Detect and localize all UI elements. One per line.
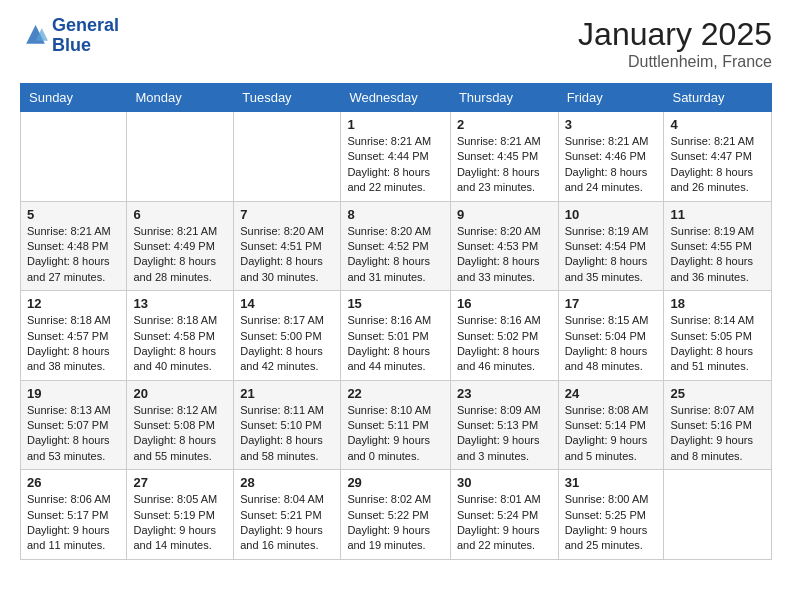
calendar-cell	[664, 470, 772, 560]
calendar-cell: 13Sunrise: 8:18 AMSunset: 4:58 PMDayligh…	[127, 291, 234, 381]
calendar-cell: 28Sunrise: 8:04 AMSunset: 5:21 PMDayligh…	[234, 470, 341, 560]
calendar-week-row: 5Sunrise: 8:21 AMSunset: 4:48 PMDaylight…	[21, 201, 772, 291]
day-info: Sunrise: 8:21 AMSunset: 4:47 PMDaylight:…	[670, 134, 765, 196]
day-number: 4	[670, 117, 765, 132]
day-number: 31	[565, 475, 658, 490]
day-number: 19	[27, 386, 120, 401]
day-info: Sunrise: 8:15 AMSunset: 5:04 PMDaylight:…	[565, 313, 658, 375]
day-info: Sunrise: 8:21 AMSunset: 4:46 PMDaylight:…	[565, 134, 658, 196]
calendar-cell	[127, 112, 234, 202]
day-number: 21	[240, 386, 334, 401]
day-info: Sunrise: 8:09 AMSunset: 5:13 PMDaylight:…	[457, 403, 552, 465]
logo-icon	[20, 22, 48, 50]
calendar-cell: 23Sunrise: 8:09 AMSunset: 5:13 PMDayligh…	[450, 380, 558, 470]
day-info: Sunrise: 8:10 AMSunset: 5:11 PMDaylight:…	[347, 403, 444, 465]
day-info: Sunrise: 8:04 AMSunset: 5:21 PMDaylight:…	[240, 492, 334, 554]
calendar-week-row: 19Sunrise: 8:13 AMSunset: 5:07 PMDayligh…	[21, 380, 772, 470]
day-info: Sunrise: 8:11 AMSunset: 5:10 PMDaylight:…	[240, 403, 334, 465]
day-number: 9	[457, 207, 552, 222]
day-info: Sunrise: 8:16 AMSunset: 5:02 PMDaylight:…	[457, 313, 552, 375]
day-number: 28	[240, 475, 334, 490]
calendar-cell: 31Sunrise: 8:00 AMSunset: 5:25 PMDayligh…	[558, 470, 664, 560]
calendar-cell: 3Sunrise: 8:21 AMSunset: 4:46 PMDaylight…	[558, 112, 664, 202]
calendar-cell: 8Sunrise: 8:20 AMSunset: 4:52 PMDaylight…	[341, 201, 451, 291]
weekday-header: Sunday	[21, 84, 127, 112]
calendar-header-row: SundayMondayTuesdayWednesdayThursdayFrid…	[21, 84, 772, 112]
logo-line2: Blue	[52, 36, 119, 56]
day-number: 12	[27, 296, 120, 311]
calendar-cell: 2Sunrise: 8:21 AMSunset: 4:45 PMDaylight…	[450, 112, 558, 202]
calendar-cell: 19Sunrise: 8:13 AMSunset: 5:07 PMDayligh…	[21, 380, 127, 470]
day-info: Sunrise: 8:21 AMSunset: 4:45 PMDaylight:…	[457, 134, 552, 196]
day-number: 29	[347, 475, 444, 490]
weekday-header: Saturday	[664, 84, 772, 112]
calendar-week-row: 26Sunrise: 8:06 AMSunset: 5:17 PMDayligh…	[21, 470, 772, 560]
weekday-header: Tuesday	[234, 84, 341, 112]
day-number: 26	[27, 475, 120, 490]
day-info: Sunrise: 8:20 AMSunset: 4:51 PMDaylight:…	[240, 224, 334, 286]
day-number: 14	[240, 296, 334, 311]
calendar-cell: 25Sunrise: 8:07 AMSunset: 5:16 PMDayligh…	[664, 380, 772, 470]
day-number: 10	[565, 207, 658, 222]
day-info: Sunrise: 8:06 AMSunset: 5:17 PMDaylight:…	[27, 492, 120, 554]
weekday-header: Thursday	[450, 84, 558, 112]
day-number: 22	[347, 386, 444, 401]
month-year: January 2025	[578, 16, 772, 53]
calendar-cell: 10Sunrise: 8:19 AMSunset: 4:54 PMDayligh…	[558, 201, 664, 291]
calendar-cell: 18Sunrise: 8:14 AMSunset: 5:05 PMDayligh…	[664, 291, 772, 381]
calendar-cell: 11Sunrise: 8:19 AMSunset: 4:55 PMDayligh…	[664, 201, 772, 291]
day-number: 6	[133, 207, 227, 222]
calendar-cell: 7Sunrise: 8:20 AMSunset: 4:51 PMDaylight…	[234, 201, 341, 291]
weekday-header: Friday	[558, 84, 664, 112]
calendar-week-row: 1Sunrise: 8:21 AMSunset: 4:44 PMDaylight…	[21, 112, 772, 202]
day-number: 7	[240, 207, 334, 222]
calendar-cell: 29Sunrise: 8:02 AMSunset: 5:22 PMDayligh…	[341, 470, 451, 560]
calendar-cell: 1Sunrise: 8:21 AMSunset: 4:44 PMDaylight…	[341, 112, 451, 202]
day-info: Sunrise: 8:02 AMSunset: 5:22 PMDaylight:…	[347, 492, 444, 554]
calendar-cell: 27Sunrise: 8:05 AMSunset: 5:19 PMDayligh…	[127, 470, 234, 560]
day-number: 27	[133, 475, 227, 490]
logo: General Blue	[20, 16, 119, 56]
day-info: Sunrise: 8:17 AMSunset: 5:00 PMDaylight:…	[240, 313, 334, 375]
day-info: Sunrise: 8:12 AMSunset: 5:08 PMDaylight:…	[133, 403, 227, 465]
calendar-cell: 30Sunrise: 8:01 AMSunset: 5:24 PMDayligh…	[450, 470, 558, 560]
calendar-cell	[234, 112, 341, 202]
day-number: 2	[457, 117, 552, 132]
weekday-header: Monday	[127, 84, 234, 112]
day-info: Sunrise: 8:13 AMSunset: 5:07 PMDaylight:…	[27, 403, 120, 465]
day-number: 23	[457, 386, 552, 401]
day-number: 16	[457, 296, 552, 311]
day-info: Sunrise: 8:08 AMSunset: 5:14 PMDaylight:…	[565, 403, 658, 465]
day-info: Sunrise: 8:18 AMSunset: 4:57 PMDaylight:…	[27, 313, 120, 375]
title-block: January 2025 Duttlenheim, France	[578, 16, 772, 71]
calendar-cell: 15Sunrise: 8:16 AMSunset: 5:01 PMDayligh…	[341, 291, 451, 381]
day-info: Sunrise: 8:16 AMSunset: 5:01 PMDaylight:…	[347, 313, 444, 375]
day-info: Sunrise: 8:07 AMSunset: 5:16 PMDaylight:…	[670, 403, 765, 465]
day-number: 15	[347, 296, 444, 311]
calendar-cell: 17Sunrise: 8:15 AMSunset: 5:04 PMDayligh…	[558, 291, 664, 381]
calendar: SundayMondayTuesdayWednesdayThursdayFrid…	[20, 83, 772, 560]
day-info: Sunrise: 8:21 AMSunset: 4:44 PMDaylight:…	[347, 134, 444, 196]
day-info: Sunrise: 8:00 AMSunset: 5:25 PMDaylight:…	[565, 492, 658, 554]
day-number: 24	[565, 386, 658, 401]
location: Duttlenheim, France	[578, 53, 772, 71]
day-info: Sunrise: 8:19 AMSunset: 4:55 PMDaylight:…	[670, 224, 765, 286]
day-info: Sunrise: 8:14 AMSunset: 5:05 PMDaylight:…	[670, 313, 765, 375]
page-header: General Blue January 2025 Duttlenheim, F…	[20, 16, 772, 71]
logo-line1: General	[52, 16, 119, 36]
calendar-cell: 24Sunrise: 8:08 AMSunset: 5:14 PMDayligh…	[558, 380, 664, 470]
calendar-cell: 21Sunrise: 8:11 AMSunset: 5:10 PMDayligh…	[234, 380, 341, 470]
day-number: 11	[670, 207, 765, 222]
calendar-cell: 22Sunrise: 8:10 AMSunset: 5:11 PMDayligh…	[341, 380, 451, 470]
calendar-cell: 12Sunrise: 8:18 AMSunset: 4:57 PMDayligh…	[21, 291, 127, 381]
day-info: Sunrise: 8:05 AMSunset: 5:19 PMDaylight:…	[133, 492, 227, 554]
day-number: 8	[347, 207, 444, 222]
calendar-cell: 16Sunrise: 8:16 AMSunset: 5:02 PMDayligh…	[450, 291, 558, 381]
day-info: Sunrise: 8:20 AMSunset: 4:52 PMDaylight:…	[347, 224, 444, 286]
day-number: 18	[670, 296, 765, 311]
day-number: 25	[670, 386, 765, 401]
calendar-cell: 4Sunrise: 8:21 AMSunset: 4:47 PMDaylight…	[664, 112, 772, 202]
calendar-cell: 14Sunrise: 8:17 AMSunset: 5:00 PMDayligh…	[234, 291, 341, 381]
day-number: 3	[565, 117, 658, 132]
day-info: Sunrise: 8:19 AMSunset: 4:54 PMDaylight:…	[565, 224, 658, 286]
